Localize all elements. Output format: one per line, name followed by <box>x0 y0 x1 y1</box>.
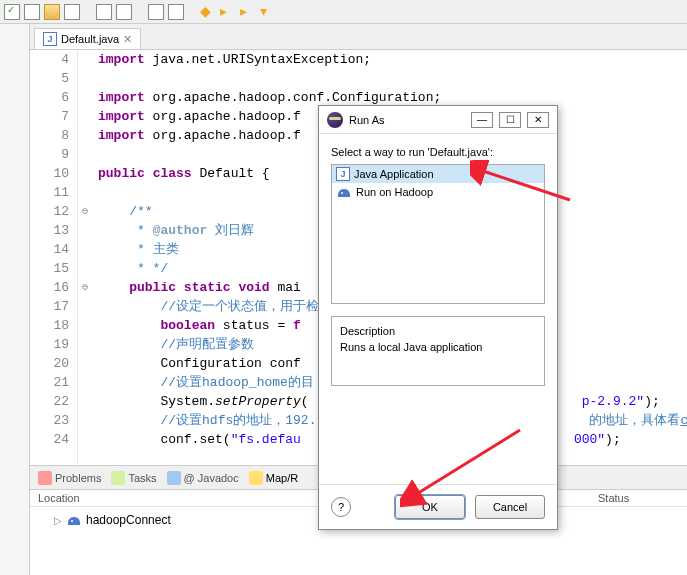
tab-tasks[interactable]: Tasks <box>111 471 156 485</box>
tab-javadoc[interactable]: @ Javadoc <box>167 471 239 485</box>
hadoop-elephant-icon <box>336 185 352 199</box>
new-package-icon[interactable] <box>96 4 112 20</box>
tool-icon-2[interactable] <box>64 4 80 20</box>
run-option-label: Java Application <box>354 168 434 180</box>
arrow-icon[interactable]: ▸ <box>220 4 236 20</box>
col-status[interactable]: Status <box>598 492 629 504</box>
ok-button[interactable]: OK <box>395 495 465 519</box>
tool-icon-4[interactable] <box>168 4 184 20</box>
dialog-prompt: Select a way to run 'Default.java': <box>331 146 545 158</box>
run-option[interactable]: Run on Hadoop <box>332 183 544 201</box>
java-file-icon: J <box>43 32 57 46</box>
expand-icon[interactable]: ▷ <box>54 515 62 526</box>
arrow-down-icon[interactable]: ▾ <box>260 4 276 20</box>
dialog-titlebar[interactable]: Run As — ☐ ✕ <box>319 106 557 134</box>
java-app-icon: J <box>336 167 350 181</box>
dialog-title: Run As <box>349 114 384 126</box>
save-icon[interactable] <box>4 4 20 20</box>
close-button[interactable]: ✕ <box>527 112 549 128</box>
tab-filename: Default.java <box>61 33 119 45</box>
back-icon[interactable]: ◆ <box>200 4 216 20</box>
line-gutter: 456789101112131415161718192021222324 <box>30 50 78 465</box>
tasks-icon <box>111 471 125 485</box>
description-text: Runs a local Java application <box>340 341 536 353</box>
new-class-icon[interactable] <box>116 4 132 20</box>
eclipse-icon <box>327 112 343 128</box>
run-option-label: Run on Hadoop <box>356 186 433 198</box>
tab-problems[interactable]: Problems <box>38 471 101 485</box>
arrow-icon-2[interactable]: ▸ <box>240 4 256 20</box>
hadoop-elephant-icon <box>66 513 82 527</box>
description-title: Description <box>340 325 536 337</box>
tool-icon-3[interactable] <box>148 4 164 20</box>
fold-gutter[interactable]: ⊖⊖ <box>78 50 92 465</box>
tab-close-icon[interactable]: ✕ <box>123 33 132 46</box>
help-button[interactable]: ? <box>331 497 351 517</box>
cancel-button[interactable]: Cancel <box>475 495 545 519</box>
minimize-button[interactable]: — <box>471 112 493 128</box>
tree-item-label: hadoopConnect <box>86 513 171 527</box>
run-option[interactable]: JJava Application <box>332 165 544 183</box>
main-toolbar: ◆ ▸ ▸ ▾ <box>0 0 687 24</box>
tool-icon[interactable] <box>24 4 40 20</box>
run-as-dialog: Run As — ☐ ✕ Select a way to run 'Defaul… <box>318 105 558 530</box>
problems-icon <box>38 471 52 485</box>
editor-tabbar: J Default.java ✕ <box>30 24 687 50</box>
map-icon <box>249 471 263 485</box>
editor-tab-default[interactable]: J Default.java ✕ <box>34 28 141 49</box>
description-box: Description Runs a local Java applicatio… <box>331 316 545 386</box>
maximize-button[interactable]: ☐ <box>499 112 521 128</box>
run-options-list[interactable]: JJava ApplicationRun on Hadoop <box>331 164 545 304</box>
svg-point-1 <box>341 192 343 194</box>
javadoc-icon <box>167 471 181 485</box>
marker-ruler <box>0 24 30 575</box>
open-icon[interactable] <box>44 4 60 20</box>
tab-map[interactable]: Map/R <box>249 471 298 485</box>
svg-point-0 <box>71 520 73 522</box>
